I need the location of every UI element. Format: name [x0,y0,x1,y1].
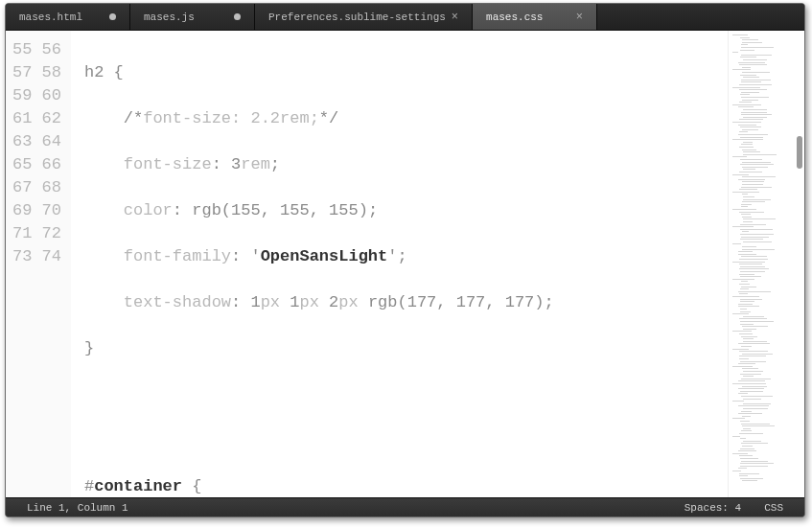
editor-window: mases.html mases.js Preferences.sublime-… [5,3,805,517]
tab-label: mases.css [486,11,543,23]
status-bar: Line 1, Column 1 Spaces: 4 CSS [6,497,804,517]
code-line: color: rgb(155, 155, 155); [84,199,718,222]
code-line [84,429,718,452]
code-line [84,383,718,406]
tab-label: Preferences.sublime-settings [268,11,446,23]
code-line: font-size: 3rem; [84,153,718,176]
tab-mases-js[interactable]: mases.js [130,4,255,30]
tab-mases-html[interactable]: mases.html [6,4,130,30]
dirty-indicator-icon [234,13,241,20]
code-line: } [84,337,718,360]
scrollbar-thumb[interactable] [797,136,802,169]
code-content[interactable]: h2 { /*font-size: 2.2rem;*/ font-size: 3… [71,31,728,497]
tab-label: mases.html [19,11,82,23]
editor-area[interactable]: 55 56 57 58 59 60 61 62 63 64 65 66 67 6… [6,31,804,497]
code-line: /*font-size: 2.2rem;*/ [84,107,718,130]
tab-bar: mases.html mases.js Preferences.sublime-… [6,4,804,31]
code-line: text-shadow: 1px 1px 2px rgb(177, 177, 1… [84,291,718,314]
code-line: #container { [84,475,718,497]
code-line: font-family: 'OpenSansLight'; [84,245,718,268]
code-line: h2 { [84,61,718,84]
tab-label: mases.js [144,11,195,23]
status-syntax[interactable]: CSS [753,502,795,514]
status-position[interactable]: Line 1, Column 1 [15,502,140,514]
tab-mases-css[interactable]: mases.css × [473,4,597,30]
minimap[interactable] [728,31,804,497]
status-indent[interactable]: Spaces: 4 [673,502,753,514]
line-number-gutter: 55 56 57 58 59 60 61 62 63 64 65 66 67 6… [6,31,71,497]
dirty-indicator-icon [109,13,116,20]
close-icon[interactable]: × [452,11,458,23]
tab-preferences[interactable]: Preferences.sublime-settings × [255,4,473,30]
tabbar-space [597,4,804,30]
close-icon[interactable]: × [576,11,583,23]
